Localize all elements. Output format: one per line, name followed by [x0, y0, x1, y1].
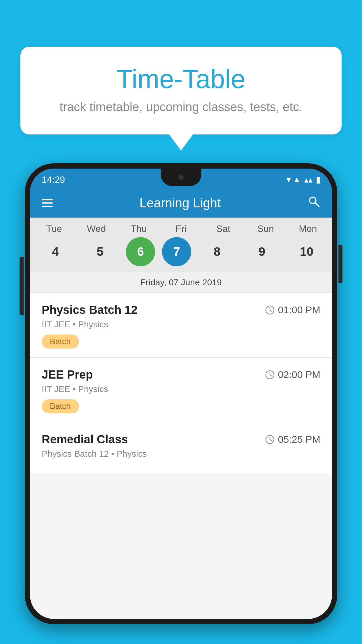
wifi-icon: ▼▲ [285, 175, 301, 184]
day-label-sat: Sat [204, 223, 242, 234]
day-5[interactable]: 5 [81, 237, 119, 266]
speech-bubble-section: Time-Table track timetable, upcoming cla… [20, 47, 342, 134]
schedule-item-1-time: 01:00 PM [265, 304, 320, 316]
battery-icon: ▮ [316, 175, 320, 185]
selected-date-label: Friday, 07 June 2019 [30, 272, 332, 293]
svg-line-1 [315, 203, 319, 207]
hamburger-line-3 [42, 206, 53, 207]
calendar-strip: Tue Wed Thu Fri Sat Sun Mon 4 5 6 7 8 9 … [30, 218, 332, 293]
signal-icon: ▴▴ [304, 175, 312, 185]
day-label-mon: Mon [289, 223, 327, 234]
schedule-item-1-time-text: 01:00 PM [278, 304, 320, 316]
clock-icon-3 [265, 435, 275, 444]
schedule-item-3-time-text: 05:25 PM [278, 434, 320, 445]
svg-line-10 [270, 440, 272, 441]
day-4[interactable]: 4 [36, 237, 74, 266]
schedule-item-3-subtitle: Physics Batch 12 • Physics [42, 449, 320, 459]
svg-point-0 [310, 197, 316, 204]
day-label-wed: Wed [78, 223, 115, 234]
schedule-item-1-header: Physics Batch 12 01:00 PM [42, 303, 320, 316]
day-label-tue: Tue [35, 223, 73, 234]
batch-badge-1: Batch [42, 335, 79, 349]
hamburger-menu[interactable] [42, 199, 53, 207]
hamburger-line-1 [42, 199, 53, 200]
bubble-subtitle: track timetable, upcoming classes, tests… [44, 100, 318, 114]
day-6-today[interactable]: 6 [126, 237, 155, 266]
day-label-sun: Sun [247, 223, 284, 234]
camera [178, 174, 184, 181]
svg-line-7 [270, 375, 272, 376]
day-numbers: 4 5 6 7 8 9 10 [30, 237, 332, 272]
day-labels: Tue Wed Thu Fri Sat Sun Mon [30, 223, 332, 237]
day-10[interactable]: 10 [288, 237, 326, 266]
svg-line-4 [270, 310, 272, 311]
hamburger-line-2 [42, 202, 53, 204]
search-button[interactable] [307, 195, 320, 211]
speech-bubble: Time-Table track timetable, upcoming cla… [20, 47, 342, 134]
schedule-item-1-subtitle: IIT JEE • Physics [42, 319, 320, 329]
batch-badge-2: Batch [42, 399, 79, 413]
bubble-title: Time-Table [44, 64, 318, 94]
day-7-selected[interactable]: 7 [162, 237, 191, 266]
phone-inner: 14:29 ▼▲ ▴▴ ▮ Learning Light [30, 169, 332, 619]
day-label-thu: Thu [120, 223, 158, 234]
schedule-item-3-header: Remedial Class 05:25 PM [42, 433, 320, 446]
day-8[interactable]: 8 [198, 237, 236, 266]
phone-frame: 14:29 ▼▲ ▴▴ ▮ Learning Light [25, 163, 337, 624]
schedule-item-3-time: 05:25 PM [265, 434, 320, 445]
schedule-item-1[interactable]: Physics Batch 12 01:00 PM IIT JEE • Phys… [30, 293, 332, 358]
schedule-item-2-time: 02:00 PM [265, 369, 320, 380]
schedule-item-2[interactable]: JEE Prep 02:00 PM IIT JEE • Physics Batc… [30, 358, 332, 422]
clock-icon-1 [265, 305, 275, 315]
schedule-item-2-subtitle: IIT JEE • Physics [42, 384, 320, 394]
app-header: Learning Light [30, 188, 332, 218]
day-9[interactable]: 9 [243, 237, 281, 266]
status-icons: ▼▲ ▴▴ ▮ [285, 175, 320, 185]
schedule-item-3[interactable]: Remedial Class 05:25 PM Physics Batch 12… [30, 422, 332, 473]
phone-mockup: 14:29 ▼▲ ▴▴ ▮ Learning Light [25, 163, 337, 644]
app-title: Learning Light [61, 196, 299, 210]
schedule-list: Physics Batch 12 01:00 PM IIT JEE • Phys… [30, 293, 332, 473]
status-time: 14:29 [42, 174, 65, 185]
schedule-item-2-time-text: 02:00 PM [278, 369, 320, 380]
clock-icon-2 [265, 370, 275, 380]
phone-notch [161, 169, 201, 186]
schedule-item-3-title: Remedial Class [42, 433, 128, 446]
day-label-fri: Fri [162, 223, 200, 234]
schedule-item-2-header: JEE Prep 02:00 PM [42, 368, 320, 381]
schedule-item-1-title: Physics Batch 12 [42, 303, 138, 316]
schedule-item-2-title: JEE Prep [42, 368, 93, 381]
